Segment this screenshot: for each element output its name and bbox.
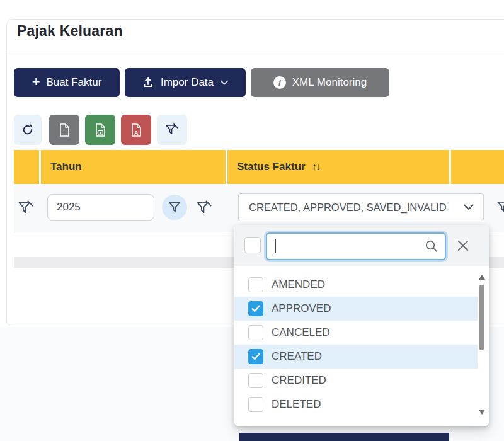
clear-filter-icon	[164, 123, 180, 137]
status-filter-value: CREATED, APPROVED, SAVED_INVALID	[249, 202, 463, 214]
option-label: CREATED	[272, 350, 322, 363]
tahun-header-label: Tahun	[50, 161, 82, 173]
scroll-down-icon[interactable]	[479, 410, 485, 415]
plus-icon: +	[32, 75, 40, 89]
popup-search-input[interactable]	[274, 234, 425, 259]
list-item[interactable]: APPROVED	[234, 297, 478, 321]
upload-icon	[142, 76, 154, 89]
option-checkbox[interactable]	[248, 301, 263, 316]
refresh-icon	[21, 123, 35, 137]
list-item[interactable]: AMENDED	[234, 273, 478, 297]
popup-search-field	[266, 232, 446, 260]
export-file-button[interactable]	[49, 115, 79, 145]
list-item[interactable]: CREDITED	[234, 369, 478, 392]
option-checkbox[interactable]	[248, 277, 263, 292]
tahun-filter-button[interactable]	[162, 195, 187, 220]
popup-close-button[interactable]	[455, 238, 471, 253]
svg-text:A: A	[134, 129, 139, 135]
option-label: APPROVED	[272, 302, 331, 315]
buat-faktur-button[interactable]: + Buat Faktur	[14, 68, 120, 97]
option-label: AMENDED	[272, 278, 325, 291]
select-all-checkbox[interactable]	[244, 237, 261, 253]
tahun-filter-field	[47, 194, 154, 220]
status-filter-multiselect[interactable]: CREATED, APPROVED, SAVED_INVALID	[238, 193, 484, 221]
option-checkbox[interactable]	[248, 325, 263, 340]
search-icon	[425, 239, 438, 253]
option-label: DELETED	[272, 398, 321, 411]
list-item[interactable]: CANCELED	[234, 321, 478, 345]
list-item-partial[interactable]	[234, 423, 478, 426]
export-excel-button[interactable]: x	[85, 115, 115, 145]
file-icon	[58, 123, 71, 137]
page-title: Pajak Keluaran	[17, 23, 123, 40]
xml-monitoring-label: XML Monitoring	[292, 76, 367, 89]
refresh-button[interactable]	[14, 115, 42, 145]
export-pdf-button[interactable]: A	[121, 115, 151, 145]
option-label: CREDITED	[272, 374, 326, 387]
xml-monitoring-button[interactable]: i XML Monitoring	[251, 68, 389, 97]
impor-data-button[interactable]: Impor Data	[125, 68, 246, 97]
sort-icon: ↑↓	[312, 161, 319, 173]
header-cell-tahun[interactable]: Tahun	[41, 150, 226, 184]
list-item[interactable]: DELETED	[234, 392, 478, 416]
header-cell-status[interactable]: Status Faktur ↑↓	[227, 150, 449, 184]
option-checkbox[interactable]	[248, 373, 263, 388]
filter-icon	[168, 200, 181, 214]
list-item[interactable]: CREATED	[234, 345, 478, 369]
close-icon	[455, 238, 471, 253]
option-checkbox[interactable]	[248, 397, 263, 412]
header-cell-next	[451, 150, 504, 184]
bottom-bar-partial	[239, 433, 449, 441]
chevron-down-icon	[220, 79, 229, 86]
buat-faktur-label: Buat Faktur	[46, 76, 101, 89]
check-icon	[251, 352, 261, 362]
impor-data-label: Impor Data	[161, 76, 214, 89]
status-header-label: Status Faktur	[237, 161, 306, 173]
option-label: CANCELED	[272, 326, 330, 339]
info-icon: i	[273, 76, 286, 89]
chevron-down-icon	[463, 203, 474, 211]
tahun-filter-input[interactable]	[47, 194, 154, 220]
row-clear-filter-icon[interactable]	[17, 200, 35, 216]
header-cell-selector	[14, 150, 39, 184]
check-icon	[251, 304, 261, 314]
popup-option-list: AMENDED APPROVED CANCELED	[234, 266, 489, 426]
option-checkbox[interactable]	[248, 349, 263, 364]
clear-filters-button[interactable]	[157, 115, 187, 145]
excel-file-icon: x	[94, 123, 107, 137]
scroll-up-icon[interactable]	[479, 275, 485, 280]
status-filter-button-partial[interactable]	[496, 200, 504, 214]
pdf-file-icon: A	[130, 123, 143, 137]
scrollbar-thumb[interactable]	[479, 285, 484, 350]
tahun-clear-filter-icon[interactable]	[195, 200, 213, 216]
